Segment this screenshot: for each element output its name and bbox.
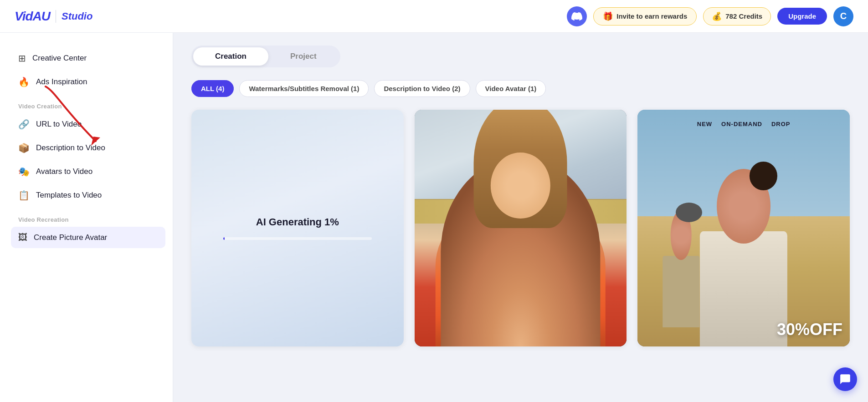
cards-grid: AI Generating 1% bbox=[191, 110, 850, 346]
ads-inspiration-label: Ads Inspiration bbox=[36, 77, 87, 87]
section-video-recreation: Video Recreation bbox=[11, 208, 165, 227]
card-fashion-bg: NEW ON-DEMAND DROP bbox=[637, 110, 850, 346]
sidebar-item-avatars-to-video[interactable]: 🎭 Avatars to Video bbox=[11, 161, 165, 183]
tab-creation[interactable]: Creation bbox=[193, 47, 268, 66]
header-right: 🎁 Invite to earn rewards 💰 782 Credits U… bbox=[567, 6, 853, 26]
card-fashion[interactable]: NEW ON-DEMAND DROP bbox=[637, 110, 850, 346]
card-generating[interactable]: AI Generating 1% bbox=[191, 110, 404, 346]
sidebar-item-ads-inspiration[interactable]: 🔥 Ads Inspiration bbox=[11, 71, 165, 93]
filter-description[interactable]: Description to Video (2) bbox=[374, 80, 470, 97]
discount-overlay: 30%OFF bbox=[777, 320, 842, 339]
link-icon: 🔗 bbox=[18, 119, 30, 130]
discord-button[interactable] bbox=[567, 6, 587, 26]
header: VidAU Studio 🎁 Invite to earn rewards 💰 … bbox=[0, 0, 868, 33]
invite-icon: 🎁 bbox=[603, 11, 613, 21]
invite-button[interactable]: 🎁 Invite to earn rewards bbox=[593, 7, 697, 25]
chat-icon bbox=[839, 373, 851, 385]
picture-avatar-icon: 🖼 bbox=[18, 232, 27, 243]
sidebar-item-url-to-video[interactable]: 🔗 URL to Video bbox=[11, 113, 165, 135]
create-picture-avatar-label: Create Picture Avatar bbox=[34, 233, 107, 242]
fashion-tags: NEW ON-DEMAND DROP bbox=[637, 121, 850, 127]
discord-icon bbox=[571, 11, 582, 22]
filter-watermarks[interactable]: Watermarks/Subtitles Removal (1) bbox=[239, 80, 369, 97]
section-video-creation: Video Creation bbox=[11, 95, 165, 113]
progress-bar bbox=[223, 237, 372, 240]
avatar-icon: 🎭 bbox=[18, 166, 30, 177]
avatar[interactable]: C bbox=[833, 6, 853, 26]
main-content: Creation Project ALL (4) Watermarks/Subt… bbox=[173, 33, 868, 402]
card-woman[interactable] bbox=[415, 110, 627, 346]
upgrade-button[interactable]: Upgrade bbox=[777, 8, 827, 25]
sidebar-item-creative-center[interactable]: ⊞ Creative Center bbox=[11, 47, 165, 69]
generating-text: AI Generating 1% bbox=[256, 216, 339, 228]
card-woman-bg bbox=[415, 110, 627, 346]
tag-on-demand: ON-DEMAND bbox=[721, 121, 762, 127]
tab-bar: Creation Project bbox=[191, 46, 340, 67]
credits-icon: 💰 bbox=[712, 11, 722, 21]
logo: VidAU bbox=[15, 9, 50, 24]
templates-icon: 📋 bbox=[18, 190, 30, 201]
layout: ⊞ Creative Center 🔥 Ads Inspiration Vide… bbox=[0, 33, 868, 402]
filter-row: ALL (4) Watermarks/Subtitles Removal (1)… bbox=[191, 80, 850, 97]
progress-bar-fill bbox=[223, 237, 225, 240]
templates-to-video-label: Templates to Video bbox=[36, 191, 102, 200]
description-to-video-label: Description to Video bbox=[36, 143, 105, 153]
logo-divider bbox=[56, 10, 56, 23]
sidebar-item-templates-to-video[interactable]: 📋 Templates to Video bbox=[11, 184, 165, 206]
credits-label: 782 Credits bbox=[725, 12, 762, 20]
flame-icon: 🔥 bbox=[18, 76, 30, 87]
sidebar: ⊞ Creative Center 🔥 Ads Inspiration Vide… bbox=[0, 33, 173, 402]
grid-icon: ⊞ bbox=[18, 53, 26, 64]
tab-project[interactable]: Project bbox=[268, 47, 339, 66]
chat-widget[interactable] bbox=[833, 367, 857, 391]
sidebar-item-description-to-video[interactable]: 📦 Description to Video bbox=[11, 137, 165, 159]
filter-avatar[interactable]: Video Avatar (1) bbox=[476, 80, 546, 97]
tag-drop: DROP bbox=[771, 121, 791, 127]
description-icon: 📦 bbox=[18, 142, 30, 153]
sidebar-item-create-picture-avatar[interactable]: 🖼 Create Picture Avatar bbox=[11, 227, 165, 248]
tag-new: NEW bbox=[697, 121, 712, 127]
credits-button[interactable]: 💰 782 Credits bbox=[703, 7, 771, 25]
studio-label: Studio bbox=[62, 10, 92, 22]
avatars-to-video-label: Avatars to Video bbox=[36, 167, 92, 176]
invite-label: Invite to earn rewards bbox=[616, 12, 687, 20]
creative-center-label: Creative Center bbox=[32, 54, 87, 63]
url-to-video-label: URL to Video bbox=[36, 120, 82, 129]
filter-all[interactable]: ALL (4) bbox=[191, 80, 234, 97]
logo-area: VidAU Studio bbox=[15, 9, 92, 24]
